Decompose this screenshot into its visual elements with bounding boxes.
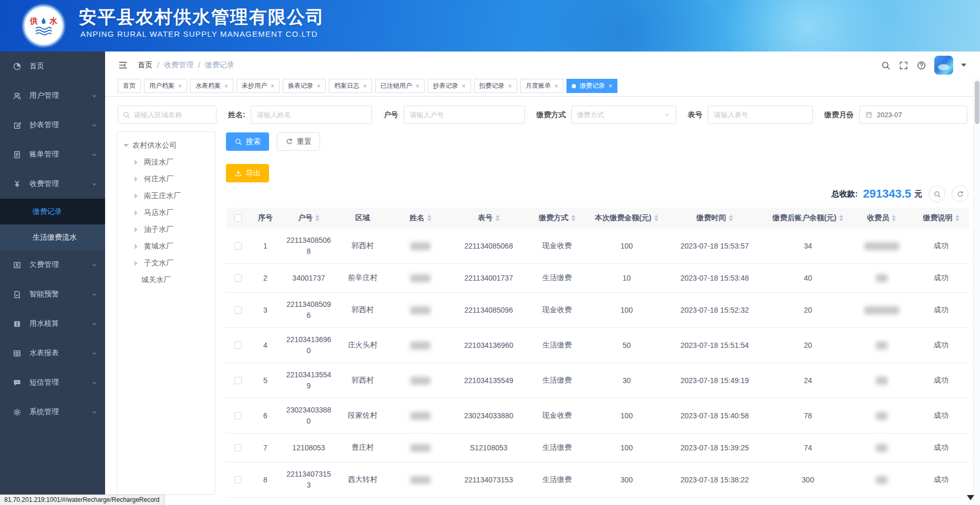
sort-carets-icon[interactable] [496,215,500,221]
user-menu-caret-icon[interactable] [961,64,966,69]
column-header-缴费后账户余额(元)[interactable]: 缴费后账户余额(元) [765,213,851,223]
tree-node-root[interactable]: 农村供水公司 [121,139,211,154]
tab-用户档案[interactable]: 用户档案× [144,79,187,93]
search-button[interactable]: 搜索 [226,132,269,151]
tab-close-icon[interactable]: × [462,83,466,90]
row-checkbox[interactable] [234,412,242,419]
name-filter-input[interactable] [251,106,372,124]
sort-carets-icon[interactable] [892,215,896,221]
method-filter-select[interactable]: 缴费方式 [571,106,676,124]
tab-close-icon[interactable]: × [317,83,321,90]
export-row: 导出 [226,164,969,182]
column-header-缴费时间[interactable]: 缴费时间 [665,213,765,223]
sort-carets-icon[interactable] [315,215,319,221]
row-checkbox[interactable] [234,242,242,250]
tab-close-icon[interactable]: × [608,83,612,90]
column-header-缴费方式[interactable]: 缴费方式 [525,213,589,223]
tab-close-icon[interactable]: × [508,83,512,90]
breadcrumb-home[interactable]: 首页 [138,60,152,70]
tab-close-icon[interactable]: × [363,83,367,90]
sidebar-subitem-recharge-record[interactable]: 缴费记录 [0,199,105,224]
row-checkbox[interactable] [234,342,242,349]
tab-换表记录[interactable]: 换表记录× [283,79,326,93]
tab-缴费记录[interactable]: 缴费记录× [566,79,617,93]
tree-node-黄城水厂[interactable]: 黄城水厂 [121,238,211,255]
meter-filter-input[interactable] [708,106,813,124]
column-header-户号[interactable]: 户号 [281,213,336,223]
column-header-姓名[interactable]: 姓名 [389,213,452,223]
region-search-input[interactable] [118,106,216,124]
name-cell [389,306,452,314]
tab-未抄用户[interactable]: 未抄用户× [236,79,280,93]
sidebar-item-meter-reading[interactable]: 抄表管理 [0,110,105,140]
tree-node-油子水厂[interactable]: 油子水厂 [121,221,211,238]
tab-月度账单[interactable]: 月度账单× [520,79,563,93]
breadcrumb-level-1[interactable]: 收费管理 [164,60,193,70]
tab-close-icon[interactable]: × [554,83,558,90]
region-cell: 曹庄村 [336,443,389,452]
select-all-checkbox[interactable] [234,214,242,222]
row-checkbox[interactable] [234,306,242,314]
scrollbar-thumb[interactable] [975,81,979,124]
table-search-button[interactable] [929,185,945,202]
tab-已注销用户[interactable]: 已注销用户× [375,79,425,93]
tree-node-子文水厂[interactable]: 子文水厂 [121,255,211,272]
user-avatar[interactable] [934,56,953,75]
sidebar-item-home[interactable]: 首页 [0,51,105,81]
dashboard-icon [13,62,22,71]
tab-水表档案[interactable]: 水表档案× [190,79,233,93]
tab-close-icon[interactable]: × [271,83,274,90]
fullscreen-icon[interactable] [899,60,909,70]
column-header-表号[interactable]: 表号 [452,213,525,223]
row-checkbox[interactable] [234,377,242,384]
tree-node-何庄水厂[interactable]: 何庄水厂 [121,171,211,188]
tab-档案日志[interactable]: 档案日志× [329,79,372,93]
column-header-label: 缴费方式 [539,213,569,223]
sidebar-item-smart-alert[interactable]: 智能预警 [0,280,105,309]
tree-node-马店水厂[interactable]: 马店水厂 [121,204,211,221]
sidebar-subitem-life-payment-flow[interactable]: 生活缴费流水 [0,224,105,250]
search-icon[interactable] [881,60,891,70]
sort-carets-icon[interactable] [955,215,960,221]
row-checkbox[interactable] [234,444,242,451]
row-checkbox[interactable] [234,274,242,282]
month-date-picker[interactable]: 2023-07 [859,106,967,124]
reset-button[interactable]: 重置 [277,132,320,151]
sort-carets-icon[interactable] [654,215,658,221]
tree-node-两洼水厂[interactable]: 两洼水厂 [121,154,211,171]
sidebar-item-water-accounting[interactable]: 用水核算 [0,309,105,338]
tab-close-icon[interactable]: × [178,83,182,90]
sidebar-item-arrears[interactable]: 欠费管理 [0,250,105,280]
sort-carets-icon[interactable] [729,215,733,221]
sort-carets-icon[interactable] [839,215,843,221]
tab-close-icon[interactable]: × [416,83,419,90]
tree-node-城关水厂[interactable]: 城关水厂 [121,272,211,288]
sidebar-item-bills[interactable]: 账单管理 [0,140,105,169]
tab-抄表记录[interactable]: 抄表记录× [428,79,471,93]
tab-home[interactable]: 首页 [118,79,141,93]
tree-node-南王庄水厂[interactable]: 南王庄水厂 [121,188,211,204]
account-filter-input[interactable] [404,106,525,124]
sort-carets-icon[interactable] [427,215,431,221]
sidebar-item-sms[interactable]: 短信管理 [0,368,105,397]
sidebar-collapse-icon[interactable] [118,60,128,70]
region-cell: 郭西村 [336,305,389,315]
sidebar-item-label: 账单管理 [29,150,91,159]
sort-carets-icon[interactable] [571,215,575,221]
table-refresh-button[interactable] [952,185,968,202]
row-checkbox-cell [226,476,250,483]
status-cell: 成功 [912,443,971,452]
tab-close-icon[interactable]: × [224,83,228,90]
sidebar-item-fees[interactable]: 收费管理 [0,169,105,199]
column-header-本次缴费金额(元)[interactable]: 本次缴费金额(元) [589,213,665,223]
help-icon[interactable] [916,60,926,70]
page-scrollbar[interactable] [973,79,980,505]
row-checkbox[interactable] [234,476,242,483]
tab-扣费记录[interactable]: 扣费记录× [474,79,517,93]
sidebar-item-users[interactable]: 用户管理 [0,81,105,110]
column-header-收费员[interactable]: 收费员 [851,213,912,223]
export-button[interactable]: 导出 [226,164,269,182]
sidebar-item-system[interactable]: 系统管理 [0,397,105,427]
column-header-缴费说明[interactable]: 缴费说明 [912,213,971,223]
sidebar-item-meter-report[interactable]: 水表报表 [0,338,105,368]
